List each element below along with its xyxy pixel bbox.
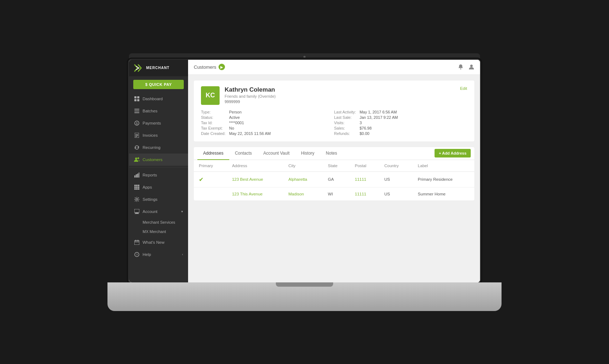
sidebar-item-invoices[interactable]: Invoices	[129, 129, 188, 141]
svg-text:$: $	[136, 122, 138, 125]
sidebar-item-label: Help	[143, 252, 151, 257]
content-area: KC Kathryn Coleman Friends and family (O…	[188, 75, 480, 282]
sidebar-item-label: Recurring	[143, 145, 160, 150]
table-row: ✔123 Best AvenueAlpharettaGA11111USPrima…	[194, 171, 474, 187]
sidebar-item-merchant-services[interactable]: Merchant Services	[129, 218, 188, 227]
laptop-body	[107, 282, 502, 311]
laptop-frame: MERCHANT $ QUICK PAY Das	[107, 53, 502, 311]
tab-notes[interactable]: Notes	[320, 147, 343, 160]
detail-label-type: Type:	[201, 110, 225, 114]
logo-text: MERCHANT	[146, 66, 169, 70]
laptop-bezel	[129, 53, 480, 60]
cell-address[interactable]: 123 This Avenue	[227, 187, 283, 200]
reports-icon	[134, 172, 140, 178]
sidebar-item-apps[interactable]: Apps	[129, 181, 188, 193]
sidebar-item-label: Payments	[143, 121, 161, 125]
svg-point-38	[460, 68, 461, 69]
tabs-list: Addresses Contacts Account Vault History…	[197, 147, 343, 160]
cell-city[interactable]: Madison	[283, 187, 323, 200]
detail-value-taxid: ****0001	[229, 121, 334, 125]
breadcrumb-arrow-icon: ▶	[219, 64, 225, 70]
cell-label: Summer Home	[413, 187, 474, 200]
detail-label-visits: Visits:	[334, 121, 356, 125]
col-header-postal: Postal	[350, 160, 379, 172]
notification-icon[interactable]	[458, 64, 464, 70]
tab-addresses[interactable]: Addresses	[197, 147, 229, 160]
breadcrumb-customers[interactable]: Customers	[194, 64, 216, 70]
laptop-screen: MERCHANT $ QUICK PAY Das	[129, 60, 480, 282]
svg-rect-30	[135, 213, 138, 213]
sidebar-item-payments[interactable]: $ Payments	[129, 117, 188, 129]
primary-check-icon: ✔	[199, 176, 203, 183]
sidebar-item-label: What's New	[143, 240, 164, 244]
cell-country: US	[379, 171, 413, 187]
tabs-section: Addresses Contacts Account Vault History…	[194, 147, 474, 200]
sidebar-logo: MERCHANT	[129, 60, 188, 76]
payments-icon: $	[134, 120, 140, 126]
sidebar-item-batches[interactable]: Batches	[129, 105, 188, 117]
account-icon	[134, 209, 140, 214]
svg-rect-26	[136, 188, 138, 190]
detail-label-taxexempt: Tax Exempt:	[201, 126, 225, 130]
sidebar-item-label: Reports	[143, 173, 157, 177]
dashboard-icon	[134, 96, 140, 102]
sidebar-item-reports[interactable]: Reports	[129, 169, 188, 181]
col-header-country: Country	[379, 160, 413, 172]
detail-value-visits: 3	[360, 121, 467, 125]
detail-value-taxexempt: No	[229, 126, 334, 130]
cell-state: WI	[323, 187, 350, 200]
edit-link[interactable]: Edit	[460, 86, 467, 91]
sidebar-item-account[interactable]: Account ▾	[129, 205, 188, 218]
svg-rect-15	[134, 175, 135, 178]
quick-pay-button[interactable]: $ QUICK PAY	[133, 80, 184, 89]
svg-rect-18	[139, 173, 139, 178]
detail-value-datecreated: May 22, 2015 11:56 AM	[229, 131, 334, 136]
tab-contacts[interactable]: Contacts	[229, 147, 258, 160]
svg-point-39	[470, 65, 473, 67]
sidebar-item-customers[interactable]: Customers	[129, 154, 188, 166]
customer-info: Kathryn Coleman Friends and family (Over…	[225, 86, 275, 104]
detail-label-status: Status:	[201, 115, 225, 120]
col-header-state: State	[323, 160, 350, 172]
col-header-city: City	[283, 160, 323, 172]
svg-rect-3	[137, 99, 139, 101]
sub-item-label: Merchant Services	[143, 220, 175, 224]
main-area: Customers ▶	[188, 60, 480, 282]
user-icon[interactable]	[469, 64, 474, 70]
cell-state: GA	[323, 171, 350, 187]
svg-rect-12	[135, 136, 137, 137]
detail-label-refunds: Refunds:	[334, 131, 356, 136]
account-chevron: ▾	[181, 210, 183, 213]
customer-card: KC Kathryn Coleman Friends and family (O…	[194, 81, 474, 141]
tab-account-vault[interactable]: Account Vault	[258, 147, 295, 160]
svg-rect-5	[134, 111, 139, 111]
table-row: 123 This AvenueMadisonWI11111USSummer Ho…	[194, 187, 474, 200]
sidebar-item-recurring[interactable]: Recurring	[129, 141, 188, 154]
svg-rect-24	[138, 186, 139, 188]
svg-rect-25	[134, 188, 136, 190]
cell-postal[interactable]: 11111	[350, 171, 379, 187]
cell-address[interactable]: 123 Best Avenue	[227, 171, 283, 187]
sidebar-item-settings[interactable]: Settings	[129, 193, 188, 205]
detail-table-right: Last Activity: May 1, 2017 6:56 AM Last …	[334, 110, 467, 136]
sidebar-item-whats-new[interactable]: What's New	[129, 236, 188, 248]
col-header-address: Address	[227, 160, 283, 172]
tab-history[interactable]: History	[295, 147, 320, 160]
detail-label-lastactivity: Last Activity:	[334, 110, 356, 114]
sidebar-item-mx-merchant[interactable]: MX Merchant	[129, 227, 188, 236]
header: Customers ▶	[188, 60, 480, 75]
sidebar-item-help[interactable]: ? Help ‹	[129, 248, 188, 261]
svg-rect-22	[134, 186, 136, 188]
sidebar-item-dashboard[interactable]: Dashboard	[129, 93, 188, 105]
cell-postal[interactable]: 11111	[350, 187, 379, 200]
col-header-label: Label	[413, 160, 474, 172]
svg-rect-1	[137, 96, 139, 98]
sidebar-item-label: Invoices	[143, 133, 158, 137]
detail-label-datecreated: Date Created:	[201, 131, 225, 136]
detail-value-lastsale: Jan 13, 2017 9:22 AM	[360, 115, 467, 120]
add-address-button[interactable]: + Add Address	[435, 149, 471, 157]
svg-rect-17	[137, 174, 138, 178]
svg-text:?: ?	[136, 253, 138, 257]
nav-divider	[129, 167, 188, 168]
cell-city[interactable]: Alpharetta	[283, 171, 323, 187]
